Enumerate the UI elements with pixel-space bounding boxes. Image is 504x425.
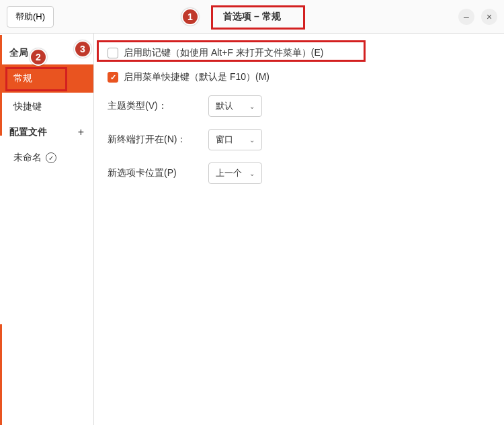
scroll-accent-bottom [0, 324, 2, 425]
minimize-button[interactable]: – [458, 9, 474, 25]
theme-select[interactable]: 默认 ⌄ [208, 95, 262, 117]
annotation-marker-3: 3 [74, 40, 91, 58]
chevron-down-icon: ⌄ [249, 170, 255, 177]
default-profile-icon: ✓ [46, 152, 56, 163]
mnemonics-checkbox[interactable] [108, 48, 118, 58]
close-button[interactable]: × [481, 9, 497, 25]
content: 全局 常规 快捷键 配置文件 + 未命名 ✓ 启用助记键（如使用 Alt+F 来… [0, 34, 504, 425]
window-controls: – × [458, 9, 497, 25]
mnemonics-row: 启用助记键（如使用 Alt+F 来打开文件菜单）(E) [101, 47, 497, 59]
chevron-down-icon: ⌄ [249, 136, 255, 144]
sidebar-item-general[interactable]: 常规 [0, 64, 93, 93]
mnemonics-label: 启用助记键（如使用 Alt+F 来打开文件菜单）(E) [124, 47, 324, 59]
sidebar-item-shortcuts[interactable]: 快捷键 [0, 93, 93, 121]
newtab-label: 新选项卡位置(P) [108, 167, 195, 179]
main-panel: 启用助记键（如使用 Alt+F 来打开文件菜单）(E) 启用菜单快捷键（默认是 … [94, 34, 504, 425]
accel-checkbox[interactable] [108, 72, 118, 83]
profile-name: 未命名 [13, 152, 42, 164]
newterm-row: 新终端打开在(N)： 窗口 ⌄ [101, 129, 497, 150]
add-profile-icon[interactable]: + [78, 126, 84, 138]
chevron-down-icon: ⌄ [249, 103, 255, 110]
sidebar-profiles-header: 配置文件 + [0, 121, 93, 144]
newtab-select[interactable]: 上一个 ⌄ [208, 162, 262, 184]
titlebar: 帮助(H) 首选项 – 常规 – × [0, 0, 504, 34]
annotation-marker-2: 2 [30, 48, 47, 66]
newterm-select[interactable]: 窗口 ⌄ [208, 129, 262, 150]
scroll-accent-top [0, 35, 2, 136]
newterm-label: 新终端打开在(N)： [108, 134, 195, 146]
newterm-value: 窗口 [216, 134, 233, 146]
theme-label: 主题类型(V)： [108, 100, 195, 112]
help-button[interactable]: 帮助(H) [7, 6, 54, 28]
theme-row: 主题类型(V)： 默认 ⌄ [101, 95, 497, 117]
sidebar-profile-unnamed[interactable]: 未命名 ✓ [0, 144, 93, 172]
newtab-row: 新选项卡位置(P) 上一个 ⌄ [101, 162, 497, 184]
sidebar-profiles-label: 配置文件 [9, 126, 47, 138]
annotation-marker-1: 1 [181, 8, 199, 26]
accel-label: 启用菜单快捷键（默认是 F10）(M) [124, 71, 269, 83]
newtab-value: 上一个 [216, 167, 242, 179]
accel-row: 启用菜单快捷键（默认是 F10）(M) [101, 71, 497, 83]
sidebar: 全局 常规 快捷键 配置文件 + 未命名 ✓ [0, 34, 94, 425]
window-title: 首选项 – 常规 [223, 11, 281, 23]
theme-value: 默认 [216, 100, 233, 112]
